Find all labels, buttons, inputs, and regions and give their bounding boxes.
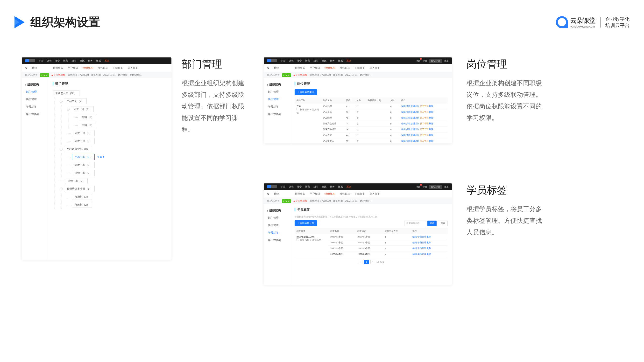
- subnav-item[interactable]: 用户权限: [310, 66, 320, 70]
- nav-item[interactable]: 资源: [322, 59, 326, 62]
- row-ops[interactable]: 编辑 关联培训计划 员工管理 删除: [400, 109, 448, 115]
- subnav-item[interactable]: 下载任务: [112, 66, 123, 70]
- nav-item[interactable]: 教学: [55, 59, 60, 62]
- tree-node[interactable]: 研发二部（0）: [72, 138, 95, 144]
- info-strip: Hi,产品助手 已认证 企业尊享版 在线学员：4/10000 服务到期：2023…: [22, 72, 172, 78]
- pager-size[interactable]: 10 条/页: [376, 260, 384, 264]
- row-ops[interactable]: 编辑 关联培训计划 员工管理 删除: [400, 103, 448, 109]
- company-name: Hi,产品助手: [25, 73, 38, 77]
- nav-item-active[interactable]: 系统: [346, 59, 351, 62]
- nav-item[interactable]: 数据: [338, 59, 343, 62]
- nav-item[interactable]: 课程: [47, 59, 52, 62]
- tree-node[interactable]: 行政部（2）: [72, 202, 92, 208]
- subnav-item[interactable]: 用户权限: [68, 66, 78, 70]
- tree-node[interactable]: 前端（0）: [79, 114, 96, 120]
- msg-link[interactable]: 消息3: [416, 59, 420, 62]
- row-ops[interactable]: 编辑 学员管理 删除: [410, 234, 448, 240]
- subnav-item[interactable]: 导入任务: [128, 66, 138, 70]
- tree-node[interactable]: 后端（0）: [79, 122, 96, 128]
- nav-item[interactable]: 题库: [72, 59, 76, 62]
- expire-date: 服务到期：2023-12-31: [91, 73, 116, 77]
- screenshot-position: 学员 课程 教学 运营 题库 资源 财务 数据 系统 消息3 帮助 默认分校 退…: [264, 57, 452, 143]
- tree-node[interactable]: 运营中心（0）: [72, 170, 95, 176]
- sidebar-item-thirdparty[interactable]: 第三方协同: [22, 110, 48, 118]
- nav-item[interactable]: 题库: [314, 59, 318, 62]
- tree-node[interactable]: 教师培训事业部（6）: [64, 186, 95, 192]
- tree-node[interactable]: 研发一部（1）: [71, 106, 94, 112]
- desc-title: 部门管理: [182, 57, 249, 71]
- topbar: 学员 课程 教学 运营 题库 资源 财务 数据 系统 消息3 帮助 默认分校 退…: [264, 57, 452, 64]
- row-ops[interactable]: 编辑 学员管理 删除: [410, 252, 448, 257]
- nav-item[interactable]: 财务: [330, 59, 335, 62]
- pager-page[interactable]: 1: [364, 260, 369, 264]
- nav-item[interactable]: 资源: [80, 59, 84, 62]
- subnav-item[interactable]: 导入任务: [370, 66, 380, 70]
- tree-node[interactable]: 互联网事业部（9）: [64, 146, 92, 152]
- sidebar-item-tag[interactable]: 学员标签: [22, 103, 48, 110]
- collapse-icon[interactable]: −: [60, 100, 62, 103]
- nav-item[interactable]: 学员: [39, 59, 44, 62]
- nav-item[interactable]: 学员: [280, 59, 286, 62]
- nav-item[interactable]: 运营: [63, 59, 68, 62]
- screenshot-department: 学员 课程 教学 运营 题库 资源 财务 数据 系统 ⚙ 系统 开通服务 用户权…: [22, 57, 172, 260]
- gear-icon: ⚙: [25, 66, 28, 69]
- branch-select[interactable]: 默认分校: [429, 59, 442, 63]
- desc-tag: 学员标签 根据学员标签，将员工分多类标签管理。方便快捷查找人员信息。: [466, 183, 546, 238]
- subnav-item[interactable]: 操作日志: [98, 66, 108, 70]
- exit-link[interactable]: 退出: [444, 59, 449, 62]
- subnav-item[interactable]: 操作日志: [340, 66, 350, 70]
- reset-button[interactable]: 重置: [438, 221, 448, 226]
- tree-node[interactable]: 产品中心（7）: [64, 98, 87, 104]
- row-ops[interactable]: 编辑 关联培训计划 员工管理 删除: [400, 132, 448, 138]
- pager-next[interactable]: ›: [370, 260, 375, 264]
- tree-node[interactable]: 研发三部（0）: [72, 130, 95, 136]
- subnav-item-active[interactable]: 组织架构: [82, 66, 93, 70]
- add-position-button[interactable]: + 添加岗位类别: [294, 89, 317, 95]
- hint-text: 学员标签功能用于给学员设置标签，可在学员身上标记多个标签，标签类别仅支持二级: [294, 215, 448, 218]
- plan-label: 企业尊享版: [52, 73, 66, 77]
- group-ops[interactable]: 删除 编辑 ⊕ 添加标签: [296, 239, 321, 241]
- nav-item[interactable]: 课程: [289, 59, 294, 62]
- sys-label: 系统: [32, 66, 37, 70]
- add-tag-button[interactable]: + 添加标签分类: [294, 220, 317, 226]
- collapse-icon[interactable]: −: [60, 188, 62, 190]
- search-input[interactable]: 搜索标签名称: [404, 221, 426, 226]
- row-ops[interactable]: 编辑 学员管理 删除: [410, 246, 448, 252]
- msg-link[interactable]: 消息3: [416, 185, 420, 188]
- nav-item[interactable]: 运营: [305, 59, 310, 62]
- subnav-item[interactable]: 下载任务: [354, 66, 365, 70]
- tree-node[interactable]: 研发中心（2）: [72, 162, 95, 168]
- content-title: 部门管理: [53, 82, 167, 86]
- pager-prev[interactable]: ‹: [358, 260, 362, 264]
- row-ops[interactable]: 编辑 关联培训计划 员工管理 删除: [400, 127, 448, 132]
- collapse-icon[interactable]: −: [67, 108, 70, 111]
- row-ops[interactable]: 编辑 关联培训计划 员工管理 删除: [400, 115, 448, 121]
- subnav-item-active[interactable]: 组织架构: [324, 66, 335, 70]
- collapse-icon[interactable]: −: [60, 148, 62, 151]
- nav-item-active[interactable]: 系统: [104, 59, 109, 62]
- nav-item[interactable]: 数据: [96, 59, 101, 62]
- tree-node[interactable]: 运营中心（2）: [65, 178, 88, 184]
- nav-item[interactable]: 教学: [297, 59, 302, 62]
- subnav-item[interactable]: 开通服务: [294, 66, 305, 70]
- sidebar-item-department[interactable]: 部门管理: [22, 88, 48, 96]
- tree-node[interactable]: 市场部（3）: [72, 194, 92, 200]
- group-ops[interactable]: 删除 编辑 ⊕ 添加岗位: [296, 108, 319, 114]
- tree-node[interactable]: 集团总公司（33）: [53, 90, 80, 96]
- top-nav: 学员 课程 教学 运营 题库 资源 财务 数据 系统: [39, 59, 109, 62]
- page-header: 组织架构设置 云朵课堂 yunduoketang.com 企业数字化 培训云平台: [14, 14, 630, 30]
- tree-node-selected[interactable]: 产品中心（9）: [72, 154, 95, 160]
- sidebar-item-position[interactable]: 岗位管理: [22, 96, 48, 103]
- sidebar-head[interactable]: 组织架构: [22, 81, 48, 88]
- tree-actions[interactable]: ✎ ⧉ 🗑: [97, 156, 105, 159]
- search-button[interactable]: 查询: [428, 221, 436, 226]
- row-ops[interactable]: 编辑 关联培训计划 员工管理 删除: [400, 138, 448, 144]
- subnav-item[interactable]: 开通服务: [53, 66, 63, 70]
- brand-en: yunduoketang.com: [570, 25, 596, 28]
- divider: [600, 17, 600, 27]
- row-ops[interactable]: 编辑 关联培训计划 员工管理 删除: [400, 121, 448, 127]
- row-ops[interactable]: 编辑 学员管理 删除: [410, 240, 448, 246]
- nav-item[interactable]: 财务: [88, 59, 93, 62]
- site-url: 网校地址：: [360, 73, 372, 77]
- help-link[interactable]: 帮助: [422, 59, 427, 62]
